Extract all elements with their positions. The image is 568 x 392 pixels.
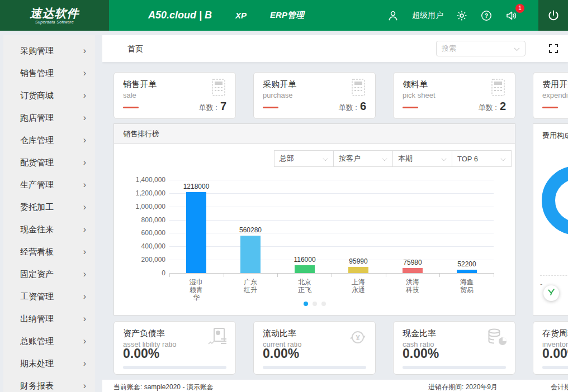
- card-title: 流动比率: [263, 328, 296, 339]
- x-axis-tick: [386, 274, 386, 277]
- help-icon[interactable]: ?: [480, 9, 493, 22]
- sidebar-item-label: 跑店管理: [20, 113, 54, 123]
- x-axis-tick: [439, 274, 440, 277]
- x-category-label: 湿巾赖青华: [187, 278, 205, 302]
- filter-dimension-select[interactable]: 按客户: [333, 150, 393, 167]
- chart-filters: 总部 按客户 本期 TOP 6: [274, 150, 512, 167]
- sidebar-item-dashboard[interactable]: 经营看板›: [3, 241, 95, 263]
- sidebar-item-financial-reports[interactable]: 财务报表›: [3, 375, 95, 392]
- sidebar-item-sales[interactable]: 销售管理›: [3, 62, 95, 84]
- sidebar-item-distribution[interactable]: 配货管理›: [3, 151, 95, 174]
- metric-label: 单数 :: [339, 103, 357, 113]
- sidebar-item-order-mall[interactable]: 订货商城›: [3, 84, 95, 107]
- bar[interactable]: [240, 236, 261, 273]
- speaker-icon[interactable]: 1: [505, 9, 518, 22]
- stat-card-sale[interactable]: 销售开单 sale 单数 :7: [113, 72, 236, 119]
- sidebar-item-label: 配货管理: [20, 157, 54, 168]
- carousel-dot[interactable]: [313, 302, 317, 306]
- chevron-down-icon: [382, 155, 387, 163]
- sidebar-item-warehouse[interactable]: 仓库管理›: [3, 129, 95, 151]
- coins-icon: [486, 327, 508, 350]
- card-subtitle: pick sheet: [403, 91, 436, 99]
- empty-value-label: -: [540, 280, 542, 288]
- chevron-right-icon: ›: [83, 180, 86, 189]
- sidebar-item-cashier[interactable]: 出纳管理›: [3, 308, 95, 330]
- progress-bar: [403, 366, 506, 369]
- sidebar-item-purchase[interactable]: 采购管理›: [3, 40, 95, 62]
- bar[interactable]: [457, 270, 477, 273]
- card-title: 资产负债率: [123, 328, 165, 339]
- app-header: 速达软件 Superdata Software A50.cloud | B XP…: [0, 0, 568, 31]
- bar[interactable]: [348, 267, 368, 273]
- x-axis-tick: [169, 274, 170, 277]
- gridline: [169, 233, 494, 233]
- accent-dash: [403, 107, 418, 108]
- fullscreen-icon[interactable]: [548, 43, 559, 56]
- metric-label: 单数 :: [199, 103, 217, 113]
- tab-home[interactable]: 首页: [127, 44, 143, 54]
- power-button[interactable]: [538, 0, 568, 31]
- sidebar-item-period-end[interactable]: 期末处理›: [3, 352, 95, 375]
- sidebar-item-general-ledger[interactable]: 总账管理›: [3, 330, 95, 352]
- sidebar-item-label: 生产管理: [20, 180, 54, 190]
- notification-badge: 1: [515, 4, 524, 13]
- sidebar-item-label: 订货商城: [20, 90, 54, 101]
- metric-label: 单数 :: [479, 103, 497, 113]
- bar-value-label: 95990: [330, 257, 386, 265]
- sidebar-item-label: 仓库管理: [20, 135, 54, 146]
- filter-period-select[interactable]: 本期: [392, 150, 452, 167]
- filter-top-select[interactable]: TOP 6: [452, 150, 512, 167]
- sidebar-item-store-visit[interactable]: 跑店管理›: [3, 107, 95, 129]
- product-edition: XP: [235, 11, 247, 20]
- chevron-right-icon: ›: [83, 69, 86, 78]
- stat-card-purchase[interactable]: 采购开单 purchase 单数 :6: [253, 72, 376, 119]
- chevron-down-icon: [514, 45, 520, 53]
- service-badge[interactable]: [543, 285, 559, 301]
- search-input[interactable]: 搜索: [436, 41, 526, 56]
- x-category-label: 洪海科技: [404, 278, 422, 294]
- gridline: [169, 207, 494, 207]
- module-title: ERP管理: [270, 10, 304, 21]
- chevron-right-icon: ›: [83, 225, 86, 234]
- y-axis-tick-label: 1,000,000: [123, 203, 165, 211]
- gear-icon[interactable]: [456, 9, 468, 22]
- card-title: 采购开单: [263, 79, 296, 90]
- user-icon[interactable]: [386, 9, 400, 22]
- y-axis-tick-label: 800,000: [123, 216, 165, 224]
- sidebar-item-label: 采购管理: [20, 46, 54, 56]
- chevron-right-icon: ›: [83, 46, 86, 55]
- filter-org-select[interactable]: 总部: [274, 150, 334, 167]
- sidebar-item-fixed-assets[interactable]: 固定资产›: [3, 263, 95, 285]
- y-axis-tick-label: 1,400,000: [123, 176, 165, 184]
- brand-subtitle: Superdata Software: [35, 20, 74, 24]
- carousel-dot[interactable]: [321, 302, 326, 306]
- card-title: 费用开支: [542, 79, 568, 90]
- sidebar-item-outsourcing[interactable]: 委托加工›: [3, 196, 95, 218]
- main-content: 首页 搜索 销售开单 sale 单数 :7 采购开单 purchase 单数 :…: [102, 35, 568, 392]
- bar[interactable]: [186, 192, 206, 273]
- ratio-value: 0.00%: [542, 346, 568, 361]
- sidebar-item-payroll[interactable]: 工资管理›: [3, 285, 95, 308]
- carousel-dot[interactable]: [304, 302, 308, 306]
- search-placeholder: 搜索: [442, 44, 456, 54]
- sidebar-item-production[interactable]: 生产管理›: [3, 174, 95, 196]
- sidebar-item-label: 期末处理: [20, 358, 54, 369]
- current-user-label[interactable]: 超级用户: [412, 11, 443, 21]
- chevron-down-icon: [323, 155, 328, 163]
- sidebar-item-cash[interactable]: 现金往来›: [3, 218, 95, 241]
- chevron-right-icon: ›: [83, 91, 86, 100]
- card-title: 存货周转率: [542, 328, 568, 339]
- chevron-right-icon: ›: [83, 113, 86, 122]
- calculator-icon: [348, 78, 368, 99]
- service-icon: [547, 288, 555, 298]
- filter-value: 按客户: [339, 154, 361, 164]
- card-subtitle: expenditure: [542, 91, 568, 99]
- ratio-value: 0.00%: [403, 346, 439, 361]
- brand-title: 速达软件: [30, 7, 79, 19]
- chevron-right-icon: ›: [83, 203, 86, 212]
- stat-card-pick-sheet[interactable]: 领料单 pick sheet 单数 :2: [393, 72, 515, 119]
- bar[interactable]: [295, 265, 315, 273]
- stat-card-expenditure[interactable]: 费用开支 expenditure: [533, 72, 568, 119]
- bar[interactable]: [403, 268, 423, 273]
- sidebar-item-label: 出纳管理: [20, 314, 54, 324]
